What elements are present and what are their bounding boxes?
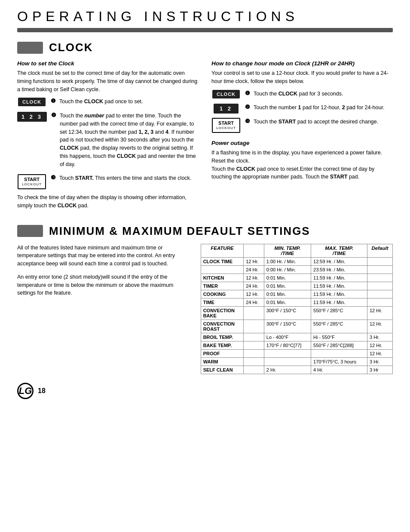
mm-table: FEATURE MIN. TEMP./TIME MAX. TEMP./TIME … bbox=[201, 244, 393, 374]
cell-default: 12 Hr. bbox=[367, 349, 392, 357]
cell-default: 3 Hr. bbox=[367, 357, 392, 366]
cell-max: 11:59 Hr. / Min. bbox=[311, 274, 367, 282]
change-step-2: 1 2 ❷ Touch the number 1 pad for 12-hour… bbox=[211, 104, 393, 114]
power-outage-text: If a flashing time is in the display, yo… bbox=[211, 149, 393, 181]
cell-min bbox=[264, 349, 311, 357]
cell-default bbox=[367, 257, 392, 265]
cell-sub: 24 Hr. bbox=[244, 282, 264, 290]
numbers-key-2: 1 2 bbox=[214, 104, 239, 114]
table-row: TIMER 24 Hr. 0:01 Min. 11:59 Hr. / Min. bbox=[201, 282, 392, 290]
cell-sub bbox=[244, 333, 264, 341]
clock-key-1: CLOCK bbox=[18, 98, 46, 106]
cell-default: 3 Hr. bbox=[367, 333, 392, 341]
cell-feature: PROOF bbox=[201, 349, 244, 357]
cell-default: 3 Hr bbox=[367, 366, 392, 374]
start-key-1: START LOCKOUT bbox=[18, 174, 46, 189]
cell-min: Lo - 400°F bbox=[264, 333, 311, 341]
how-to-set-title: How to set the Clock bbox=[17, 60, 199, 67]
how-to-set-col: How to set the Clock The clock must be s… bbox=[17, 60, 199, 217]
change-step-1-text: ❶ Touch the CLOCK pad for 3 seconds. bbox=[245, 90, 393, 98]
cell-feature: SELF CLEAN bbox=[201, 366, 244, 374]
cell-max: 11:59 Hr. / Min. bbox=[311, 298, 367, 306]
page-number: 18 bbox=[38, 387, 46, 395]
change-step-2-text: ❷ Touch the number 1 pad for 12-hour, 2 … bbox=[245, 104, 393, 112]
how-to-set-intro: The clock must be set to the correct tim… bbox=[17, 69, 199, 93]
col-max: MAX. TEMP./TIME bbox=[311, 244, 367, 257]
cell-min: 300°F / 150°C bbox=[264, 320, 311, 333]
cell-feature: KITCHEN bbox=[201, 274, 244, 282]
col-min: MIN. TEMP./TIME bbox=[264, 244, 311, 257]
set-footer: To check the time of day when the displa… bbox=[17, 194, 199, 210]
mm-header-bar bbox=[17, 225, 43, 237]
cell-min: 0:00 Hr. / Min. bbox=[264, 265, 311, 274]
cell-sub: 24 Hr. bbox=[244, 265, 264, 274]
set-step-3-text: ❸ Touch START. This enters the time and … bbox=[51, 174, 199, 182]
cell-sub bbox=[244, 320, 264, 333]
cell-min: 0:01 Min. bbox=[264, 282, 311, 290]
cell-sub: 12 Hr. bbox=[244, 290, 264, 298]
cell-max: 23:59 Hr. / Min. bbox=[311, 265, 367, 274]
cell-feature: BAKE TEMP. bbox=[201, 341, 244, 349]
change-step-3-text: ❸ Touch the START pad to accept the desi… bbox=[245, 118, 393, 126]
table-row: COOKING 12 Hr. 0:01 Min. 11:59 Hr. / Min… bbox=[201, 290, 392, 298]
mm-section: MINIMUM & MAXIMUM DEFAULT SETTINGS All o… bbox=[17, 224, 393, 374]
cell-max: 170°F/75°C, 3 hours bbox=[311, 357, 367, 366]
cell-feature: CONVECTIONROAST bbox=[201, 320, 244, 333]
lg-logo: LG bbox=[17, 383, 34, 399]
set-step-1-text: ❶ Touch the CLOCK pad once to set. bbox=[51, 98, 199, 106]
cell-max: 4 Hr. bbox=[311, 366, 367, 374]
cell-min: 170°F / 80°C[77] bbox=[264, 341, 311, 349]
cell-max: 550°F / 285°C bbox=[311, 320, 367, 333]
mm-intro-1: All of the features listed have minimum … bbox=[17, 244, 192, 268]
table-row: CONVECTIONBAKE 300°F / 150°C 550°F / 285… bbox=[201, 306, 392, 320]
mm-table-col: FEATURE MIN. TEMP./TIME MAX. TEMP./TIME … bbox=[201, 244, 393, 374]
how-to-change-title: How to change hour mode on Clock (12HR o… bbox=[211, 60, 393, 67]
cell-min bbox=[264, 357, 311, 366]
cell-feature: BROIL TEMP. bbox=[201, 333, 244, 341]
title-bar bbox=[17, 28, 393, 32]
col-sub bbox=[244, 244, 264, 257]
cell-max bbox=[311, 349, 367, 357]
table-row: CONVECTIONROAST 300°F / 150°C 550°F / 28… bbox=[201, 320, 392, 333]
cell-feature: WARM bbox=[201, 357, 244, 366]
mm-content: All of the features listed have minimum … bbox=[17, 244, 393, 374]
clock-key-2: CLOCK bbox=[212, 90, 240, 98]
cell-sub: 12 Hr. bbox=[244, 274, 264, 282]
cell-max: 550°F / 285°C[288] bbox=[311, 341, 367, 349]
cell-default bbox=[367, 298, 392, 306]
clock-section-header: CLOCK bbox=[17, 41, 393, 54]
cell-default bbox=[367, 274, 392, 282]
cell-sub bbox=[244, 306, 264, 320]
cell-feature: CONVECTIONBAKE bbox=[201, 306, 244, 320]
start-key-2: START LOCKOUT bbox=[212, 118, 240, 133]
how-to-change-intro: Your control is set to use a 12-hour clo… bbox=[211, 69, 393, 86]
cell-min: 0:01 Min. bbox=[264, 290, 311, 298]
mm-intro-2: An entry error tone (2 short melody)will… bbox=[17, 273, 192, 297]
cell-default: 12 Hr. bbox=[367, 320, 392, 333]
cell-feature bbox=[201, 265, 244, 274]
cell-max: 11:59 Hr. / Min. bbox=[311, 290, 367, 298]
cell-min: 0:01 Min. bbox=[264, 274, 311, 282]
cell-sub bbox=[244, 357, 264, 366]
cell-max: 550°F / 285°C bbox=[311, 306, 367, 320]
col-feature: FEATURE bbox=[201, 244, 244, 257]
page-title: OPERATING INSTRUCTIONS bbox=[17, 9, 393, 25]
cell-default: 12 Hr. bbox=[367, 341, 392, 349]
clock-header-bar bbox=[17, 42, 43, 54]
cell-sub bbox=[244, 349, 264, 357]
mm-title: MINIMUM & MAXIMUM DEFAULT SETTINGS bbox=[49, 224, 310, 238]
cell-default bbox=[367, 290, 392, 298]
cell-sub: 12 Hr. bbox=[244, 257, 264, 265]
clock-title: CLOCK bbox=[49, 41, 93, 54]
mm-section-header: MINIMUM & MAXIMUM DEFAULT SETTINGS bbox=[17, 224, 393, 238]
set-step-2: 1 2 3 ❷ Touch the number pad to enter th… bbox=[17, 112, 199, 170]
cell-min: 1:00 Hr. / Min. bbox=[264, 257, 311, 265]
col-default: Default bbox=[367, 244, 392, 257]
cell-sub bbox=[244, 366, 264, 374]
mm-intro-col: All of the features listed have minimum … bbox=[17, 244, 192, 374]
table-row: PROOF 12 Hr. bbox=[201, 349, 392, 357]
cell-max: Hi - 550°F bbox=[311, 333, 367, 341]
cell-feature: TIME bbox=[201, 298, 244, 306]
table-row: CLOCK TIME 12 Hr. 1:00 Hr. / Min. 12:59 … bbox=[201, 257, 392, 265]
cell-min: 300°F / 150°C bbox=[264, 306, 311, 320]
